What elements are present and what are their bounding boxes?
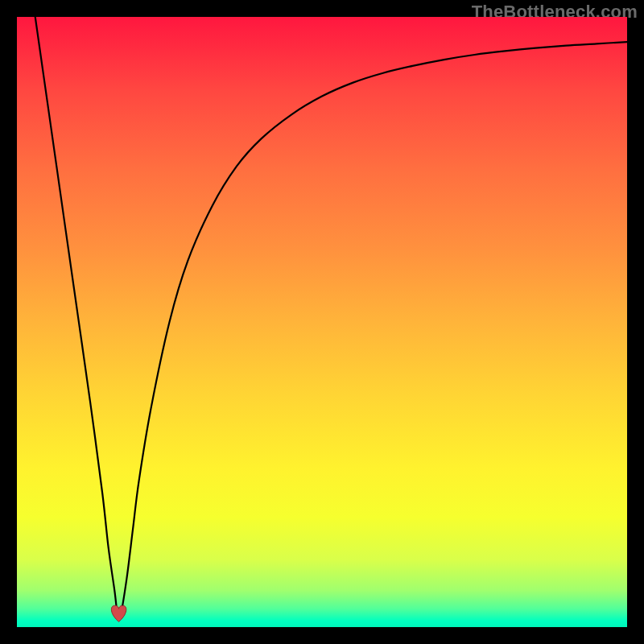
chart-plot-area [17,17,627,627]
bottleneck-curve [35,17,627,619]
chart-svg [17,17,627,627]
optimum-marker-heart [111,605,126,621]
